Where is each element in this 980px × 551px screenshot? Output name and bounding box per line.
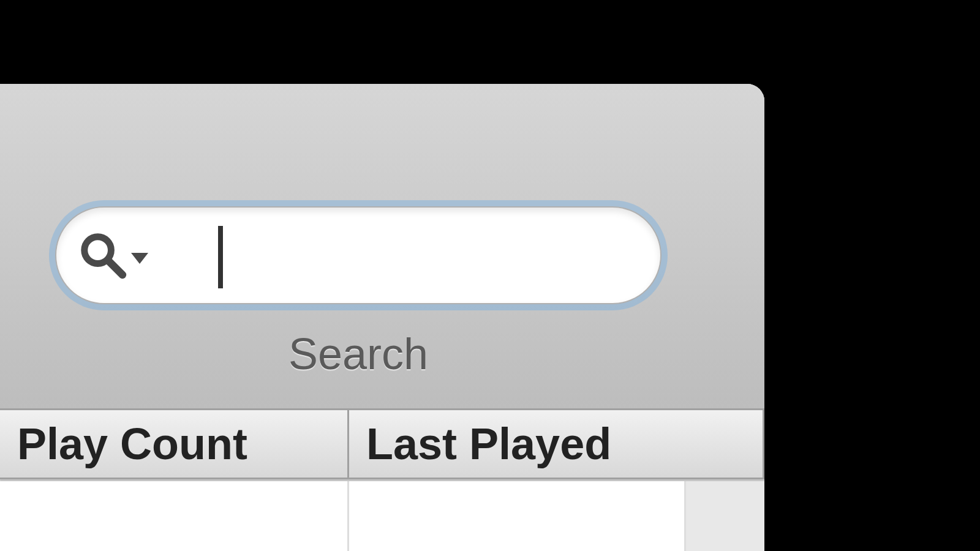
app-window: Search Play Count Last Played <box>0 84 764 551</box>
table-header-row: Play Count Last Played <box>0 408 764 479</box>
column-header-last-played[interactable]: Last Played <box>349 410 764 478</box>
table-cell-last-played <box>349 481 686 551</box>
table-body <box>0 481 764 551</box>
text-cursor <box>218 226 223 288</box>
table-cell-play-count <box>0 481 349 551</box>
search-label: Search <box>0 329 717 379</box>
search-icon <box>77 230 129 281</box>
search-field[interactable] <box>55 206 662 304</box>
chevron-down-icon <box>131 253 148 264</box>
column-header-play-count[interactable]: Play Count <box>0 410 349 478</box>
search-input[interactable] <box>148 208 769 303</box>
search-scope-button[interactable] <box>77 230 148 281</box>
scrollbar-track[interactable] <box>686 481 764 551</box>
svg-line-1 <box>108 260 123 275</box>
toolbar: Search <box>0 84 764 408</box>
